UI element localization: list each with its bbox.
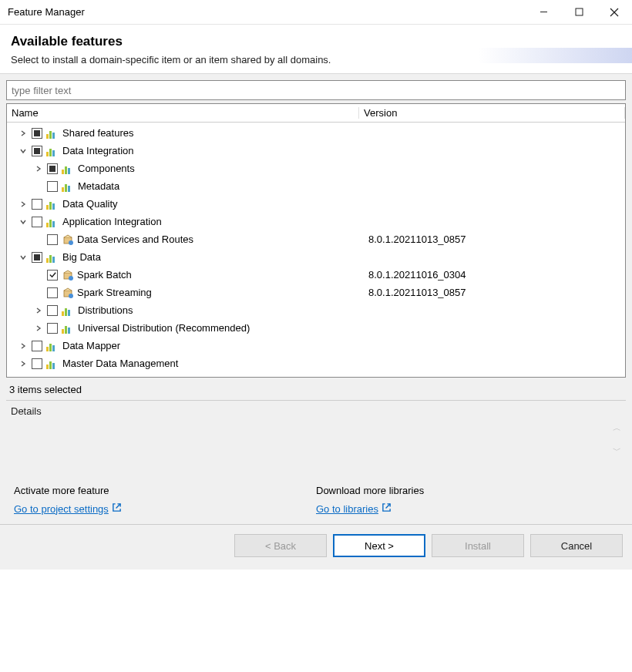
tree-row[interactable]: Components <box>7 160 625 177</box>
install-button[interactable]: Install <box>432 534 524 557</box>
checkbox[interactable] <box>32 341 42 351</box>
details-label: Details <box>11 405 621 417</box>
details-panel: Details ︿﹀ <box>6 400 626 469</box>
category-icon <box>62 305 74 316</box>
tree-row-version: 8.0.1.20211013_0857 <box>364 234 625 245</box>
libraries-link[interactable]: Go to libraries <box>316 502 392 515</box>
expand-toggle[interactable] <box>18 358 29 369</box>
tree-row[interactable]: Metadata <box>7 177 625 195</box>
checkbox[interactable] <box>32 199 42 210</box>
checkbox[interactable] <box>32 146 42 156</box>
maximize-button[interactable] <box>561 0 597 25</box>
tree-row[interactable]: Master Data Management <box>7 354 625 372</box>
expand-toggle[interactable] <box>33 163 44 174</box>
tree-row[interactable]: Spark Streaming8.0.1.20211013_0857 <box>7 284 625 301</box>
column-version[interactable]: Version <box>359 107 625 119</box>
category-icon <box>62 163 74 174</box>
category-icon <box>62 323 74 334</box>
project-settings-link[interactable]: Go to project settings <box>14 502 122 515</box>
expand-toggle[interactable] <box>18 128 29 139</box>
external-link-icon <box>382 502 392 515</box>
tree-row-version: 8.0.1.20211016_0304 <box>364 269 625 281</box>
checkbox[interactable] <box>47 234 58 245</box>
window-title: Feature Manager <box>8 6 526 18</box>
category-icon <box>46 146 59 156</box>
tree-row-label: Components <box>78 163 135 174</box>
selection-status: 3 items selected <box>6 378 626 400</box>
checkbox[interactable] <box>32 128 42 139</box>
checkbox[interactable] <box>32 252 42 263</box>
tree-row-label: Data Services and Routes <box>77 234 193 245</box>
tree-row[interactable]: Big Data <box>7 248 625 266</box>
column-name[interactable]: Name <box>7 107 359 119</box>
package-icon <box>62 270 73 281</box>
svg-point-5 <box>69 240 73 245</box>
next-button[interactable]: Next > <box>333 534 425 557</box>
category-icon <box>46 358 59 369</box>
tree-row[interactable]: Universal Distribution (Recommended) <box>7 319 625 337</box>
tree-row[interactable]: Data Mapper <box>7 337 625 354</box>
checkbox[interactable] <box>47 287 58 298</box>
back-button[interactable]: < Back <box>234 534 327 557</box>
external-link-icon <box>112 502 122 515</box>
checkbox[interactable] <box>47 181 58 192</box>
checkbox[interactable] <box>47 270 58 281</box>
checkbox[interactable] <box>47 305 58 316</box>
libraries-link-text: Go to libraries <box>316 503 378 515</box>
header-gradient <box>478 48 632 63</box>
tree-row-label: Spark Batch <box>77 269 132 281</box>
tree-row[interactable]: Shared features <box>7 124 625 142</box>
category-icon <box>46 217 59 227</box>
expand-toggle[interactable] <box>18 341 29 351</box>
tree-row[interactable]: Data Integration <box>7 142 625 160</box>
tree-row-label: Data Integration <box>62 145 134 156</box>
svg-point-9 <box>69 294 73 298</box>
tree-row-label: Data Mapper <box>62 340 120 351</box>
package-icon <box>62 234 73 245</box>
tree-row[interactable]: Data Services and Routes8.0.1.20211013_0… <box>7 230 625 248</box>
toggle-spacer <box>33 234 44 245</box>
tree-row-label: Data Quality <box>62 198 118 210</box>
category-icon <box>46 252 59 263</box>
category-icon <box>62 181 74 192</box>
tree-row[interactable]: Distributions <box>7 301 625 319</box>
toggle-spacer <box>33 287 44 298</box>
checkbox[interactable] <box>32 358 42 369</box>
feature-tree: Shared featuresData IntegrationComponent… <box>7 123 625 377</box>
cancel-button[interactable]: Cancel <box>530 534 623 557</box>
header: Available features Select to install a d… <box>0 25 632 74</box>
svg-point-7 <box>69 276 73 281</box>
close-button[interactable] <box>597 0 632 25</box>
collapse-toggle[interactable] <box>18 146 29 156</box>
package-icon <box>62 287 73 298</box>
tree-row[interactable]: Data Quality <box>7 195 625 213</box>
tree-row-label: Distributions <box>78 304 133 316</box>
svg-rect-1 <box>576 8 583 15</box>
tree-row-label: Application Integration <box>62 216 162 227</box>
tree-row-version: 8.0.1.20211013_0857 <box>364 287 625 298</box>
svg-line-10 <box>116 504 120 509</box>
checkbox[interactable] <box>47 323 58 334</box>
filter-input[interactable] <box>6 80 626 100</box>
tree-row-label: Big Data <box>62 251 101 263</box>
links-row: Activate more feature Go to project sett… <box>6 469 626 524</box>
tree-row-label: Master Data Management <box>62 358 178 369</box>
category-icon <box>46 341 59 351</box>
checkbox[interactable] <box>47 163 58 174</box>
tree-row-label: Spark Streaming <box>77 287 152 298</box>
tree-row-label: Shared features <box>62 127 134 139</box>
expand-toggle[interactable] <box>33 323 44 334</box>
tree-row[interactable]: Application Integration <box>7 213 625 230</box>
expand-toggle[interactable] <box>18 199 29 210</box>
minimize-button[interactable] <box>526 0 561 25</box>
details-scroll[interactable]: ︿﹀ <box>613 422 621 456</box>
collapse-toggle[interactable] <box>18 217 29 227</box>
collapse-toggle[interactable] <box>18 252 29 263</box>
tree-row-label: Universal Distribution (Recommended) <box>78 322 250 334</box>
tree-row[interactable]: Spark Batch8.0.1.20211016_0304 <box>7 266 625 284</box>
expand-toggle[interactable] <box>33 305 44 316</box>
feature-grid: Name Version Shared featuresData Integra… <box>6 103 626 378</box>
footer: < Back Next > Install Cancel <box>0 524 632 570</box>
page-title: Available features <box>11 34 621 49</box>
checkbox[interactable] <box>32 217 42 227</box>
